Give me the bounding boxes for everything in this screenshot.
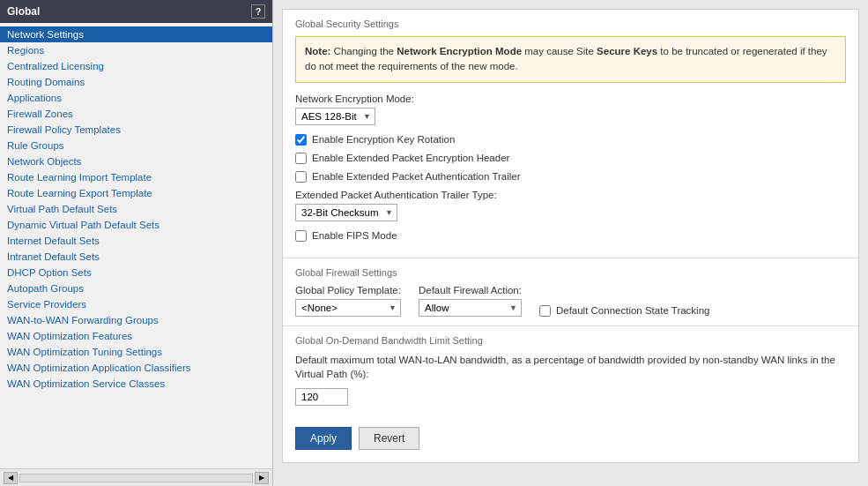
apply-button[interactable]: Apply	[295, 427, 352, 450]
encryption-key-rotation-label: Enable Encryption Key Rotation	[312, 134, 455, 145]
note-bold2: Secure Keys	[597, 46, 657, 56]
sidebar-item-dhcp-option-sets[interactable]: DHCP Option Sets	[0, 265, 272, 280]
trailer-type-select-wrapper: 32-Bit Checksum32-Bit CRC ▼	[295, 204, 397, 221]
sidebar-item-internet-default-sets[interactable]: Internet Default Sets	[0, 233, 272, 249]
extended-packet-header-checkbox[interactable]	[295, 153, 307, 164]
firewall-row: Global Policy Template: <None> ▼ Default…	[295, 285, 846, 317]
encryption-key-rotation-checkbox[interactable]	[295, 134, 307, 146]
panel-title: Global	[7, 5, 40, 18]
global-firewall-section: Global Firewall Settings Global Policy T…	[283, 258, 858, 325]
trailer-type-field: Extended Packet Authentication Trailer T…	[295, 190, 846, 221]
connection-state-label: Default Connection State Tracking	[556, 305, 710, 316]
policy-template-col: Global Policy Template: <None> ▼	[295, 285, 401, 317]
ondemand-title: Global On-Demand Bandwidth Limit Setting	[295, 335, 846, 346]
extended-packet-header-row: Enable Extended Packet Encryption Header	[295, 153, 846, 164]
sidebar-item-wan-optimization-service-classes[interactable]: WAN Optimization Service Classes	[0, 376, 272, 392]
note-bold1: Network Encryption Mode	[397, 46, 522, 56]
scroll-right-btn[interactable]: ▶	[255, 472, 269, 484]
firewall-action-select-wrapper: AllowDeny ▼	[419, 299, 522, 317]
sidebar-item-regions[interactable]: Regions	[0, 42, 272, 58]
sidebar-item-firewall-policy-templates[interactable]: Firewall Policy Templates	[0, 122, 272, 138]
ondemand-section: Global On-Demand Bandwidth Limit Setting…	[283, 326, 858, 415]
global-security-section: Global Security Settings Note: Changing …	[283, 10, 858, 258]
sidebar-item-network-settings[interactable]: Network Settings	[0, 26, 272, 42]
ondemand-desc: Default maximum total WAN-to-LAN bandwid…	[295, 353, 846, 381]
extended-packet-auth-row: Enable Extended Packet Authentication Tr…	[295, 171, 846, 183]
revert-button[interactable]: Revert	[359, 427, 419, 450]
sidebar-item-service-providers[interactable]: Service Providers	[0, 296, 272, 312]
content-card: Global Security Settings Note: Changing …	[282, 9, 859, 463]
firewall-action-col: Default Firewall Action: AllowDeny ▼	[419, 285, 522, 317]
sidebar-item-routing-domains[interactable]: Routing Domains	[0, 74, 272, 90]
nav-list: Network SettingsRegionsCentralized Licen…	[0, 23, 272, 468]
sidebar-item-route-learning-import-template[interactable]: Route Learning Import Template	[0, 169, 272, 185]
sidebar-item-autopath-groups[interactable]: Autopath Groups	[0, 280, 272, 296]
policy-template-arrow: ▼	[389, 303, 397, 312]
button-row: Apply Revert	[283, 415, 858, 462]
sidebar-item-network-objects[interactable]: Network Objects	[0, 153, 272, 169]
trailer-type-select[interactable]: 32-Bit Checksum32-Bit CRC	[296, 205, 397, 221]
firewall-action-label: Default Firewall Action:	[419, 285, 522, 295]
note-text2: may cause Site	[524, 46, 597, 56]
firewall-action-arrow: ▼	[509, 303, 517, 312]
connection-state-row: Default Connection State Tracking	[539, 305, 710, 317]
fips-mode-row: Enable FIPS Mode	[295, 230, 846, 242]
sidebar-item-intranet-default-sets[interactable]: Intranet Default Sets	[0, 249, 272, 265]
horizontal-scrollbar[interactable]: ◀ ▶	[0, 468, 272, 486]
sidebar-item-firewall-zones[interactable]: Firewall Zones	[0, 106, 272, 122]
sidebar-item-wan-optimization-tuning-settings[interactable]: WAN Optimization Tuning Settings	[0, 344, 272, 360]
scroll-track[interactable]	[19, 474, 253, 482]
extended-packet-header-label: Enable Extended Packet Encryption Header	[312, 153, 509, 163]
policy-template-label: Global Policy Template:	[295, 285, 401, 295]
note-label: Note:	[305, 46, 330, 56]
sidebar-item-virtual-path-default-sets[interactable]: Virtual Path Default Sets	[0, 201, 272, 217]
encryption-mode-select[interactable]: AES 128-BitAES 256-BitNone	[296, 108, 375, 124]
fips-mode-checkbox[interactable]	[295, 230, 307, 242]
sidebar-item-route-learning-export-template[interactable]: Route Learning Export Template	[0, 185, 272, 201]
help-icon[interactable]: ?	[251, 4, 265, 19]
firewall-action-select[interactable]: AllowDeny	[419, 300, 467, 316]
policy-template-select-wrapper: <None> ▼	[295, 299, 401, 317]
scroll-left-btn[interactable]: ◀	[4, 472, 18, 484]
connection-state-checkbox[interactable]	[539, 305, 551, 317]
global-security-title: Global Security Settings	[295, 19, 846, 29]
fips-mode-label: Enable FIPS Mode	[312, 230, 397, 241]
encryption-mode-select-wrapper: AES 128-BitAES 256-BitNone ▼	[295, 108, 375, 125]
sidebar-item-wan-to-wan-forwarding-groups[interactable]: WAN-to-WAN Forwarding Groups	[0, 312, 272, 328]
extended-packet-auth-label: Enable Extended Packet Authentication Tr…	[312, 171, 521, 182]
sidebar-item-applications[interactable]: Applications	[0, 90, 272, 106]
sidebar-item-wan-optimization-application-classifiers[interactable]: WAN Optimization Application Classifiers	[0, 360, 272, 376]
right-panel: Global Security Settings Note: Changing …	[273, 0, 868, 486]
panel-header: Global ?	[0, 0, 272, 23]
policy-template-select[interactable]: <None>	[296, 300, 355, 316]
sidebar-item-wan-optimization-features[interactable]: WAN Optimization Features	[0, 328, 272, 344]
trailer-type-label: Extended Packet Authentication Trailer T…	[295, 190, 846, 200]
global-firewall-title: Global Firewall Settings	[295, 267, 846, 278]
encryption-mode-field: Network Encryption Mode: AES 128-BitAES …	[295, 93, 846, 125]
bandwidth-input[interactable]	[295, 388, 348, 406]
note-box: Note: Changing the Network Encryption Mo…	[295, 36, 846, 83]
encryption-key-rotation-row: Enable Encryption Key Rotation	[295, 134, 846, 146]
left-panel: Global ? Network SettingsRegionsCentrali…	[0, 0, 273, 486]
sidebar-item-rule-groups[interactable]: Rule Groups	[0, 138, 272, 153]
note-text1: Changing the	[334, 46, 397, 56]
sidebar-item-centralized-licensing[interactable]: Centralized Licensing	[0, 58, 272, 74]
encryption-mode-label: Network Encryption Mode:	[295, 93, 846, 104]
sidebar-item-dynamic-virtual-path-default-sets[interactable]: Dynamic Virtual Path Default Sets	[0, 217, 272, 233]
extended-packet-auth-checkbox[interactable]	[295, 171, 307, 183]
